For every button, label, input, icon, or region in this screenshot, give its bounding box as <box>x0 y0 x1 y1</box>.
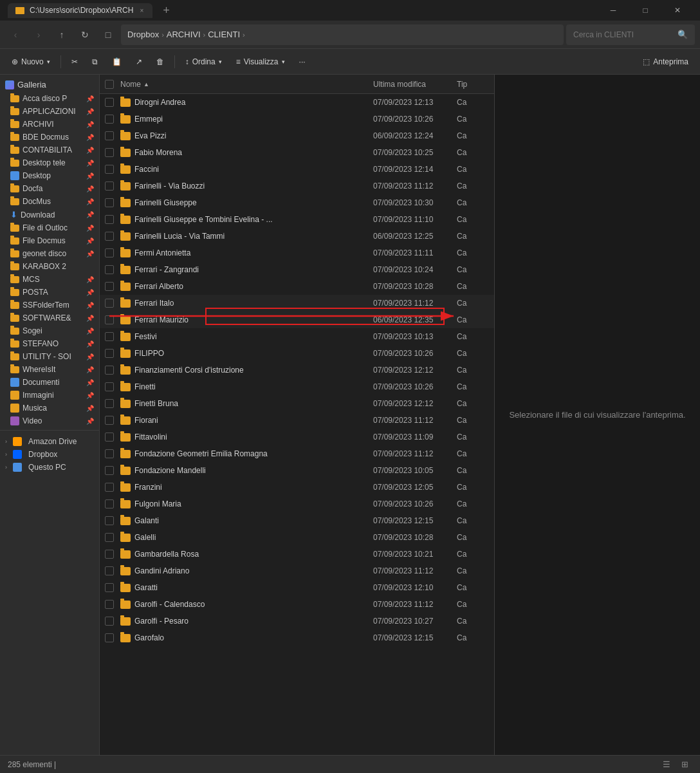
minimize-btn[interactable]: ─ <box>598 0 628 21</box>
row-checkbox[interactable] <box>105 466 114 475</box>
row-check[interactable] <box>105 349 120 358</box>
share-btn[interactable]: ↗ <box>129 51 149 72</box>
sidebar-item-4[interactable]: CONTABILITA📌 <box>0 144 99 156</box>
ordina-btn[interactable]: ↕ Ordina ▾ <box>179 51 228 72</box>
row-check[interactable] <box>105 533 120 542</box>
breadcrumb-bar[interactable]: Dropbox › ARCHIVI › CLIENTI › <box>121 24 564 45</box>
sidebar-item-11[interactable]: File Docmus📌 <box>0 234 99 247</box>
search-box[interactable]: 🔍 <box>566 24 695 45</box>
sidebar-item-3[interactable]: BDE Docmus📌 <box>0 131 99 144</box>
row-check[interactable] <box>105 299 120 308</box>
row-check[interactable] <box>105 499 120 508</box>
table-row[interactable]: Fittavolini 07/09/2023 11:09 Ca <box>100 429 494 445</box>
new-tab-btn[interactable]: + <box>158 4 175 17</box>
row-checkbox[interactable] <box>105 248 114 257</box>
table-row[interactable]: Finetti Bruna 07/09/2023 12:12 Ca <box>100 395 494 412</box>
table-row[interactable]: Finetti 07/09/2023 10:26 Ca <box>100 378 494 395</box>
row-checkbox[interactable] <box>105 550 114 559</box>
sidebar-item-19[interactable]: STEFANO📌 <box>0 337 99 350</box>
copy-btn[interactable]: ⧉ <box>86 51 104 72</box>
row-checkbox[interactable] <box>105 148 114 157</box>
row-checkbox[interactable] <box>105 215 114 224</box>
table-row[interactable]: Fermi Antonietta 07/09/2023 11:11 Ca <box>100 245 494 261</box>
sidebar-item-23[interactable]: Immagini📌 <box>0 389 99 402</box>
cut-btn[interactable]: ✂ <box>65 51 84 72</box>
row-check[interactable] <box>105 282 120 291</box>
row-check[interactable] <box>105 98 120 107</box>
sidebar-item-21[interactable]: WhereIsIt📌 <box>0 363 99 376</box>
row-checkbox[interactable] <box>105 566 114 575</box>
breadcrumb-clienti[interactable]: CLIENTI <box>208 30 240 39</box>
row-checkbox[interactable] <box>105 633 114 642</box>
row-checkbox[interactable] <box>105 265 114 274</box>
row-checkbox[interactable] <box>105 449 114 458</box>
table-row[interactable]: Eva Pizzi 06/09/2023 12:24 Ca <box>100 127 494 144</box>
row-checkbox[interactable] <box>105 499 114 508</box>
table-row[interactable]: Ferrari - Zangrandi 07/09/2023 10:24 Ca <box>100 261 494 278</box>
table-row[interactable]: Emmepi 07/09/2023 10:26 Ca <box>100 111 494 127</box>
view-list-btn[interactable]: ☰ <box>659 758 674 771</box>
toggle-pane-btn[interactable]: □ <box>98 24 118 45</box>
sidebar-item-2[interactable]: ARCHIVI📌 <box>0 118 99 131</box>
sidebar-item-16[interactable]: SSFolderTem📌 <box>0 299 99 312</box>
table-row[interactable]: Garolfi - Calendasco 07/09/2023 11:12 Ca <box>100 596 494 613</box>
table-row[interactable]: Ferrari Italo 07/09/2023 11:12 Ca <box>100 295 494 312</box>
select-all-checkbox[interactable] <box>105 80 114 89</box>
row-checkbox[interactable] <box>105 416 114 425</box>
row-check[interactable] <box>105 617 120 626</box>
row-checkbox[interactable] <box>105 165 114 174</box>
row-check[interactable] <box>105 516 120 525</box>
table-row[interactable]: Galelli 07/09/2023 10:28 Ca <box>100 529 494 546</box>
sidebar-item-14[interactable]: MCS📌 <box>0 273 99 286</box>
sidebar-bottom-item-2[interactable]: ›Questo PC <box>0 461 99 474</box>
table-row[interactable]: Fiorani 07/09/2023 11:12 Ca <box>100 412 494 429</box>
table-row[interactable]: Festivi 07/09/2023 10:13 Ca <box>100 328 494 345</box>
sidebar-bottom-item-0[interactable]: ›Amazon Drive <box>0 435 99 448</box>
sidebar-item-22[interactable]: Documenti📌 <box>0 376 99 389</box>
nav-up-btn[interactable]: ↑ <box>51 24 72 45</box>
row-check[interactable] <box>105 483 120 492</box>
row-check[interactable] <box>105 248 120 257</box>
row-checkbox[interactable] <box>105 399 114 408</box>
paste-btn[interactable]: 📋 <box>106 51 128 72</box>
row-check[interactable] <box>105 198 120 207</box>
row-checkbox[interactable] <box>105 182 114 191</box>
nav-forward-btn[interactable]: › <box>28 24 49 45</box>
row-checkbox[interactable] <box>105 433 114 442</box>
row-check[interactable] <box>105 466 120 475</box>
table-row[interactable]: Fulgoni Maria 07/09/2023 10:26 Ca <box>100 496 494 512</box>
row-check[interactable] <box>105 382 120 391</box>
row-checkbox[interactable] <box>105 315 114 324</box>
row-check[interactable] <box>105 215 120 224</box>
sidebar-item-9[interactable]: ⬇Download📌 <box>0 208 99 221</box>
sidebar-bottom-item-1[interactable]: ›Dropbox <box>0 448 99 461</box>
row-checkbox[interactable] <box>105 282 114 291</box>
row-checkbox[interactable] <box>105 198 114 207</box>
table-row[interactable]: Garolfi - Pesaro 07/09/2023 10:27 Ca <box>100 613 494 629</box>
current-tab[interactable]: C:\Users\soric\Dropbox\ARCH × <box>8 3 152 18</box>
row-checkbox[interactable] <box>105 366 114 375</box>
row-checkbox[interactable] <box>105 232 114 241</box>
row-check[interactable] <box>105 232 120 241</box>
search-input[interactable] <box>573 30 674 39</box>
header-type[interactable]: Tip <box>457 80 489 89</box>
header-name[interactable]: Nome ▲ <box>120 80 373 89</box>
row-check[interactable] <box>105 449 120 458</box>
header-date[interactable]: Ultima modifica <box>373 80 457 89</box>
row-check[interactable] <box>105 315 120 324</box>
header-check[interactable] <box>105 80 120 89</box>
table-row[interactable]: Faccini 07/09/2023 12:14 Ca <box>100 161 494 178</box>
row-check[interactable] <box>105 399 120 408</box>
table-row[interactable]: Fabio Morena 07/09/2023 10:25 Ca <box>100 144 494 161</box>
row-check[interactable] <box>105 566 120 575</box>
row-check[interactable] <box>105 600 120 609</box>
row-check[interactable] <box>105 366 120 375</box>
row-check[interactable] <box>105 148 120 157</box>
row-checkbox[interactable] <box>105 115 114 124</box>
table-row[interactable]: Gambardella Rosa 07/09/2023 10:21 Ca <box>100 546 494 563</box>
row-check[interactable] <box>105 416 120 425</box>
table-row[interactable]: Ferrari Maurizio 06/09/2023 12:35 Ca <box>100 312 494 328</box>
sidebar-item-5[interactable]: Desktop tele📌 <box>0 156 99 169</box>
row-check[interactable] <box>105 115 120 124</box>
table-row[interactable]: Fondazione Geometri Emilia Romagna 07/09… <box>100 445 494 462</box>
